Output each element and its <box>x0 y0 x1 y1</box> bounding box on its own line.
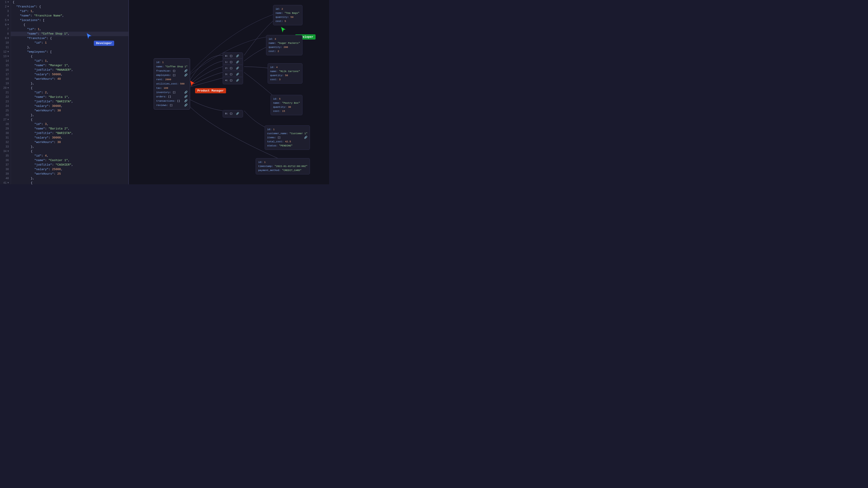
line-num-16: 16 <box>6 68 9 72</box>
line-num-5: 5▼ <box>5 18 9 23</box>
line-num-17: 17 <box>6 72 9 77</box>
line-num-21: 21 <box>6 90 9 95</box>
code-line-15: "name": "Manager 1", <box>11 63 128 68</box>
line-num-6: 6▼ <box>5 23 9 27</box>
line-num-34: 34▼ <box>3 149 9 154</box>
green-cursor <box>280 27 287 34</box>
line-num-11: 11 <box>6 45 9 50</box>
inventory-card-5[interactable]: id: 5 name: "Pastry Box" quantity: 30 co… <box>271 95 303 115</box>
product-manager-tooltip: Product Manager <box>195 88 226 93</box>
code-line-1: { <box>11 0 128 4</box>
line-num-33: 33 <box>6 144 9 149</box>
code-line-29: "name": "Barista 2", <box>11 127 128 131</box>
code-line-30: "jobTitle": "BARISTA", <box>11 131 128 135</box>
code-line-3: "id": 1, <box>11 9 128 13</box>
line-num-39: 39 <box>6 172 9 176</box>
svg-marker-1 <box>190 81 194 86</box>
line-num-10: 10 <box>6 41 9 45</box>
code-line-7: "id": 1, <box>11 27 128 32</box>
code-line-8: "name": "Coffee Shop 1", <box>11 32 128 36</box>
code-line-11: }, <box>11 45 128 50</box>
line-num-22: 22 <box>6 95 9 99</box>
code-line-24: "salary": 30000, <box>11 104 128 108</box>
line-num-29: 29 <box>6 127 9 131</box>
graph-panel[interactable]: id: 1 name: "Coffee Shop 1" franchise: {… <box>129 0 329 184</box>
order-card-1[interactable]: id: 1 customer_name: "Customer 1" items:… <box>265 125 310 150</box>
code-lines-container: { "franchise": { "id": 1, "name": "Franc… <box>11 0 128 184</box>
code-line-6: { <box>11 23 128 27</box>
code-line-23: "jobTitle": "BARISTA", <box>11 99 128 104</box>
code-line-5: "locations": [ <box>11 18 128 23</box>
code-line-14: "id": 1, <box>11 59 128 63</box>
line-num-2: 2▼ <box>5 4 9 9</box>
line-num-36: 36 <box>6 158 9 163</box>
code-line-40: }, <box>11 176 128 181</box>
line-num-28: 28 <box>6 122 9 127</box>
code-line-41: { <box>11 181 128 184</box>
code-line-10: "id": 1 <box>11 41 128 45</box>
line-num-8: 8 <box>7 32 9 36</box>
line-num-18: 18 <box>6 77 9 81</box>
code-line-32: "workHours": 30 <box>11 140 128 144</box>
line-num-13: 13▼ <box>3 54 9 59</box>
code-line-20: { <box>11 86 128 90</box>
inventory-card-2[interactable]: id: 2 name: "Tea Bags" quantity: 50 cost… <box>273 5 303 25</box>
code-line-22: "name": "Barista 1", <box>11 95 128 99</box>
code-line-18: "workHours": 40 <box>11 77 128 81</box>
line-num-4: 4 <box>7 13 9 18</box>
code-line-4: "name": "Franchise Name", <box>11 13 128 18</box>
code-editor: 1▼ 2▼ 3 4 5▼ 6▼ 7 8 9▼ 10 11 12▼ 13▼ 14 … <box>0 0 129 184</box>
line-num-7: 7 <box>7 27 9 32</box>
line-num-26: 26 <box>6 113 9 118</box>
code-line-17: "salary": 50000, <box>11 72 128 77</box>
center-node-coffee-shop[interactable]: id: 1 name: "Coffee Shop 1" franchise: {… <box>154 58 190 109</box>
code-line-12: "employees": [ <box>11 50 128 54</box>
code-line-31: "salary": 30000, <box>11 135 128 140</box>
line-num-41: 41▼ <box>3 181 9 184</box>
code-line-25: "workHours": 30 <box>11 108 128 113</box>
code-line-37: "jobTitle": "CASHIER", <box>11 163 128 167</box>
line-num-38: 38 <box>6 167 9 172</box>
red-cursor <box>189 80 196 88</box>
code-line-13: { <box>11 54 128 59</box>
line-num-25: 25 <box>6 108 9 113</box>
code-line-9: "franchise": { <box>11 36 128 41</box>
line-num-40: 40 <box>6 176 9 181</box>
code-line-21: "id": 2, <box>11 90 128 95</box>
inventory-card-3[interactable]: id: 3 name: "Sugar Packets" quantity: 20… <box>266 35 303 55</box>
line-numbers: 1▼ 2▼ 3 4 5▼ 6▼ 7 8 9▼ 10 11 12▼ 13▼ 14 … <box>0 0 11 184</box>
code-line-27: { <box>11 118 128 122</box>
line-num-1: 1▼ <box>5 0 9 4</box>
code-line-2: "franchise": { <box>11 4 128 9</box>
line-num-23: 23 <box>6 99 9 104</box>
line-num-37: 37 <box>6 163 9 167</box>
code-line-19: }, <box>11 81 128 86</box>
line-num-24: 24 <box>6 104 9 108</box>
line-num-32: 32 <box>6 140 9 144</box>
transaction-card-1[interactable]: id: 1 timestamp: "2022-01-01T12:00:00Z" … <box>256 158 310 174</box>
svg-marker-2 <box>281 27 285 32</box>
code-line-16: "jobTitle": "MANAGER", <box>11 68 128 72</box>
inventory-card-4[interactable]: id: 4 name: "Milk Cartons" quantity: 50 … <box>268 63 303 84</box>
code-line-35: "id": 4, <box>11 154 128 158</box>
orders-node-0[interactable]: 0: {} 🔗 <box>223 110 243 118</box>
code-line-28: "id": 3, <box>11 122 128 127</box>
line-num-35: 35 <box>6 154 9 158</box>
line-num-20: 20▼ <box>3 86 9 90</box>
line-num-9: 9▼ <box>5 36 9 41</box>
code-line-33: }, <box>11 144 128 149</box>
line-num-12: 12▼ <box>3 50 9 54</box>
line-num-30: 30 <box>6 131 9 135</box>
line-num-14: 14 <box>6 59 9 63</box>
line-num-15: 15 <box>6 63 9 68</box>
code-line-38: "salary": 25000, <box>11 167 128 172</box>
line-num-3: 3 <box>7 9 9 13</box>
code-line-36: "name": "Cashier 1", <box>11 158 128 163</box>
code-line-26: }, <box>11 113 128 118</box>
line-num-27: 27▼ <box>3 118 9 122</box>
inv-node-4[interactable]: 4: {} 🔗 <box>223 77 243 84</box>
line-num-19: 19 <box>6 81 9 86</box>
code-line-39: "workHours": 25 <box>11 172 128 176</box>
line-num-31: 31 <box>6 135 9 140</box>
code-line-34: { <box>11 149 128 154</box>
